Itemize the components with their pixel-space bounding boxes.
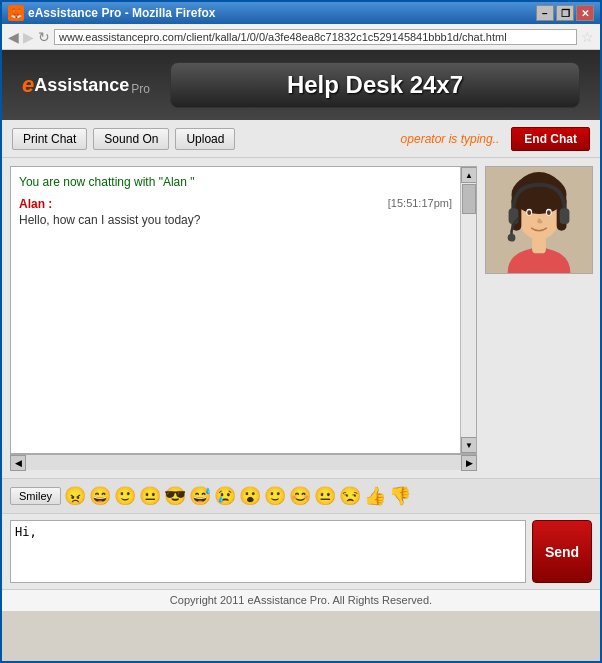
message-input[interactable]: Hi, xyxy=(10,520,526,583)
emoji-happy[interactable]: 😄 xyxy=(89,487,111,505)
emoji-angry[interactable]: 😠 xyxy=(64,487,86,505)
input-area: Hi, Send xyxy=(2,514,600,589)
chat-vertical-scrollbar[interactable]: ▲ ▼ xyxy=(460,167,476,453)
bookmark-star-icon[interactable]: ☆ xyxy=(581,29,594,45)
agent-photo xyxy=(485,166,593,274)
minimize-button[interactable]: − xyxy=(536,5,554,21)
scroll-track xyxy=(461,183,476,437)
address-bar: ◀ ▶ ↻ ☆ xyxy=(2,24,600,50)
banner-text: Help Desk 24x7 xyxy=(287,71,463,99)
scroll-right-arrow[interactable]: ▶ xyxy=(461,455,477,471)
horizontal-scrollbar[interactable]: ◀ ▶ xyxy=(10,454,477,470)
emoji-sweat[interactable]: 😅 xyxy=(189,487,211,505)
back-icon[interactable]: ◀ xyxy=(8,29,19,45)
logo-text: Assistance xyxy=(34,75,129,96)
toolbar: Print Chat Sound On Upload operator is t… xyxy=(2,120,600,158)
svg-rect-13 xyxy=(532,236,546,254)
send-button[interactable]: Send xyxy=(532,520,592,583)
chat-container: You are now chatting with "Alan " Alan :… xyxy=(2,158,485,478)
chat-message-header: Alan : [15:51:17pm] xyxy=(19,197,452,211)
emoji-surprised[interactable]: 😮 xyxy=(239,487,261,505)
close-button[interactable]: ✕ xyxy=(576,5,594,21)
emoji-thumbs-up[interactable]: 👍 xyxy=(364,487,386,505)
svg-point-8 xyxy=(527,210,531,215)
upload-button[interactable]: Upload xyxy=(175,128,235,150)
emoji-blush[interactable]: 😊 xyxy=(289,487,311,505)
typing-status: operator is typing.. xyxy=(401,132,500,146)
chat-scroll-wrapper: You are now chatting with "Alan " Alan :… xyxy=(10,166,477,454)
svg-rect-11 xyxy=(559,208,569,224)
emoji-plain[interactable]: 😐 xyxy=(314,487,336,505)
main-area: You are now chatting with "Alan " Alan :… xyxy=(2,158,600,478)
emoji-slight-smile[interactable]: 🙂 xyxy=(264,487,286,505)
svg-point-9 xyxy=(546,210,550,215)
end-chat-button[interactable]: End Chat xyxy=(511,127,590,151)
restore-button[interactable]: ❐ xyxy=(556,5,574,21)
forward-icon[interactable]: ▶ xyxy=(23,29,34,45)
chat-content: You are now chatting with "Alan " Alan :… xyxy=(11,167,460,453)
emoji-smile[interactable]: 🙂 xyxy=(114,487,136,505)
banner: Help Desk 24x7 xyxy=(170,62,580,108)
scroll-down-arrow[interactable]: ▼ xyxy=(461,437,477,453)
smiley-button[interactable]: Smiley xyxy=(10,487,61,505)
chat-welcome-message: You are now chatting with "Alan " xyxy=(19,175,452,189)
footer: Copyright 2011 eAssistance Pro. All Righ… xyxy=(2,589,600,611)
emoji-bar: Smiley 😠 😄 🙂 😐 😎 😅 😢 😮 🙂 😊 😐 😒 👍 👎 xyxy=(2,478,600,514)
scroll-up-arrow[interactable]: ▲ xyxy=(461,167,477,183)
browser-icon: 🦊 xyxy=(8,5,24,21)
logo-pro: Pro xyxy=(131,82,150,96)
title-bar: 🦊 eAssistance Pro - Mozilla Firefox − ❐ … xyxy=(2,2,600,24)
print-chat-button[interactable]: Print Chat xyxy=(12,128,87,150)
svg-point-12 xyxy=(507,234,515,242)
reload-icon[interactable]: ↻ xyxy=(38,29,50,45)
window-controls[interactable]: − ❐ ✕ xyxy=(536,5,594,21)
footer-text: Copyright 2011 eAssistance Pro. All Righ… xyxy=(170,594,432,606)
emoji-neutral[interactable]: 😐 xyxy=(139,487,161,505)
scroll-thumb[interactable] xyxy=(462,184,476,214)
emoji-thumbs-down[interactable]: 👎 xyxy=(389,487,411,505)
logo: e Assistance Pro xyxy=(22,72,150,98)
chat-sender: Alan : xyxy=(19,197,52,211)
logo-e: e xyxy=(22,72,34,98)
chat-message-text: Hello, how can I assist you today? xyxy=(19,213,452,227)
window-title: eAssistance Pro - Mozilla Firefox xyxy=(28,6,536,20)
chat-timestamp: [15:51:17pm] xyxy=(388,197,452,211)
agent-photo-area xyxy=(485,158,600,478)
sound-on-button[interactable]: Sound On xyxy=(93,128,169,150)
url-input[interactable] xyxy=(54,29,577,45)
emoji-cool[interactable]: 😎 xyxy=(164,487,186,505)
emoji-unamused[interactable]: 😒 xyxy=(339,487,361,505)
h-scroll-track xyxy=(26,455,461,470)
header: e Assistance Pro Help Desk 24x7 xyxy=(2,50,600,120)
emoji-sad[interactable]: 😢 xyxy=(214,487,236,505)
svg-rect-10 xyxy=(508,208,518,224)
scroll-left-arrow[interactable]: ◀ xyxy=(10,455,26,471)
